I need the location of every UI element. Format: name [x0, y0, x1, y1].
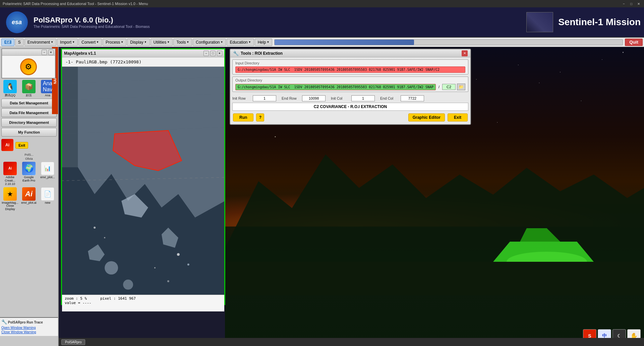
svg-rect-4: [225, 262, 644, 295]
sentinel-thumb-inner: [527, 12, 553, 32]
roi-input-path[interactable]: [235, 66, 465, 73]
hao-ya-icon[interactable]: 📦 好压: [20, 80, 38, 97]
roi-graphic-editor-button[interactable]: Graphic Editor: [408, 113, 445, 121]
nav-icon-area: ⚙: [2, 56, 55, 78]
new-file-icon[interactable]: 📄 new: [39, 187, 56, 211]
bottom-icons-row-1: Ai AdobeCreati...2.10.10 🌍 GoogleEarth P…: [1, 162, 57, 186]
polsarpro-label: PolS...: [1, 153, 57, 156]
svg-point-24: [154, 267, 156, 268]
zoom-text: zoom : 5 %: [65, 296, 87, 301]
map-algebra-canvas: [62, 67, 224, 295]
utilities-arrow: ▼: [167, 41, 170, 44]
init-col-input[interactable]: [351, 95, 375, 101]
roi-output-path[interactable]: [235, 84, 436, 90]
roi-exit-button[interactable]: Exit: [448, 113, 468, 121]
adobe-creative-icon[interactable]: Ai AdobeCreati...2.10.10: [1, 162, 19, 186]
map-algebra-maximize[interactable]: □: [210, 51, 216, 56]
map-algebra-controls: − □ ✕: [203, 51, 222, 56]
menu-import[interactable]: Import ▼: [57, 39, 78, 46]
google-earth-icon[interactable]: 🌍 GoogleEarth Pro: [20, 162, 38, 186]
configuration-arrow: ▼: [220, 41, 223, 44]
envi-img: 📊: [41, 162, 54, 175]
roi-browse-button[interactable]: 📁: [457, 84, 465, 90]
roi-input-label: Input Directory: [235, 61, 465, 65]
menu-environment[interactable]: Environment ▼: [24, 39, 56, 46]
menu-configuration[interactable]: Configuration ▼: [193, 39, 226, 46]
menu-utilities[interactable]: Utilities ▼: [151, 39, 173, 46]
display-arrow: ▼: [144, 41, 147, 44]
roi-output-dir-section: Output Directory / 📁: [232, 77, 468, 92]
taskbar-polsarpro[interactable]: PolSARpro: [61, 339, 85, 345]
maximize-button[interactable]: □: [629, 1, 634, 6]
data-file-management-button[interactable]: Data File Management: [1, 108, 57, 117]
exit-button-small[interactable]: Exit: [15, 142, 28, 149]
roi-output-suffix[interactable]: [442, 84, 456, 90]
menu-convert[interactable]: Convert ▼: [78, 39, 102, 46]
map-algebra-minimize[interactable]: −: [203, 51, 209, 56]
ai-img: Ai: [22, 187, 36, 201]
my-function-button[interactable]: My Function: [1, 128, 57, 137]
mini-close[interactable]: ✕: [48, 50, 54, 55]
haoya-icon-img: 📦: [22, 80, 36, 93]
open-window-warning-link[interactable]: Open Window Warning: [1, 326, 57, 330]
svg-point-12: [123, 280, 133, 290]
menu-education[interactable]: Education ▼: [227, 39, 254, 46]
menu-tools[interactable]: Tools ▼: [173, 39, 192, 46]
help-label: Help: [258, 40, 266, 45]
roi-close-button[interactable]: ✕: [462, 50, 468, 56]
data-set-management-button[interactable]: Data Set Management: [1, 99, 57, 107]
svg-point-23: [187, 263, 189, 265]
map-algebra-titlebar: MapAlgebra v1.1 − □ ✕: [62, 49, 224, 57]
roi-title-row: 🔧 Tools : ROI Extraction: [233, 51, 283, 56]
imagemag-label: ImageMag...Close Display: [1, 201, 19, 211]
menu-display[interactable]: Display ▼: [127, 39, 150, 46]
logo-area: esa PolSARpro V. 6.0 (bio.) The Polarime…: [3, 10, 150, 34]
init-row-input[interactable]: [253, 95, 276, 101]
menu-help[interactable]: Help ▼: [255, 39, 273, 46]
roi-titlebar: 🔧 Tools : ROI Extraction ✕: [230, 49, 470, 57]
menu-process[interactable]: Process ▼: [103, 39, 126, 46]
menu-s[interactable]: S: [15, 39, 24, 46]
utilities-label: Utilities: [154, 40, 167, 45]
roi-help-button[interactable]: ?: [256, 113, 264, 121]
adobe-small-icon[interactable]: Ai: [1, 139, 13, 151]
envi-plot-icon[interactable]: 📊 envi_plot...: [39, 162, 56, 186]
svg-point-20: [94, 227, 96, 229]
ai-label: envi_plot.ai: [21, 201, 37, 205]
progress-bar: [275, 40, 414, 45]
map-algebra-title: MapAlgebra v1.1: [64, 51, 96, 56]
adobe-label: AdobeCreati...2.10.10: [5, 176, 15, 186]
map-algebra-close[interactable]: ✕: [217, 51, 222, 56]
main-content: − ✕ ⚙ 🐧 腾讯QQ 📦 好压 AnaNav Ana: [0, 47, 644, 346]
haoya-label: 好压: [26, 94, 32, 97]
qq-label: 腾讯QQ: [5, 94, 15, 97]
environment-label: Environment: [27, 40, 50, 45]
map-algebra-statusbar: zoom : 5 % pixel : 1641 967 value = ----: [62, 295, 224, 311]
minimize-button[interactable]: −: [621, 1, 627, 6]
menu-c2[interactable]: C2: [1, 39, 14, 46]
imagemag-icon[interactable]: ★ ImageMag...Close Display: [1, 187, 19, 211]
ai-illustrator-icon[interactable]: Ai envi_plot.ai: [20, 187, 38, 211]
configuration-label: Configuration: [196, 40, 220, 45]
s-label: S: [18, 40, 21, 45]
sentinel-title: Sentinel-1 Mission: [558, 17, 641, 28]
quit-button[interactable]: Quit: [625, 39, 643, 46]
title-bar-controls: − □ ✕: [621, 1, 641, 6]
tencent-qq-icon[interactable]: 🐧 腾讯QQ: [1, 80, 19, 97]
svg-point-11: [105, 261, 118, 275]
end-col-input[interactable]: [401, 95, 424, 101]
svg-point-22: [177, 253, 180, 256]
end-row-input[interactable]: [302, 95, 326, 101]
directory-management-button[interactable]: Directory Management: [1, 118, 57, 127]
mini-minimize[interactable]: −: [42, 50, 47, 55]
roi-output-separator: /: [437, 85, 441, 89]
roi-run-button[interactable]: Run: [233, 113, 253, 121]
title-bar-text: Polarimetric SAR Data Processing and Edu…: [3, 2, 148, 6]
close-window-warning-link[interactable]: Close Window Warning: [1, 330, 57, 334]
sentinel-banner: Sentinel-1 Mission: [526, 12, 641, 32]
init-col-label: Init Col: [331, 96, 349, 100]
imagemag-img: ★: [3, 187, 17, 201]
mini-window-controls: − ✕: [42, 50, 54, 55]
close-button[interactable]: ✕: [636, 1, 641, 6]
convert-label: Convert: [81, 40, 96, 45]
